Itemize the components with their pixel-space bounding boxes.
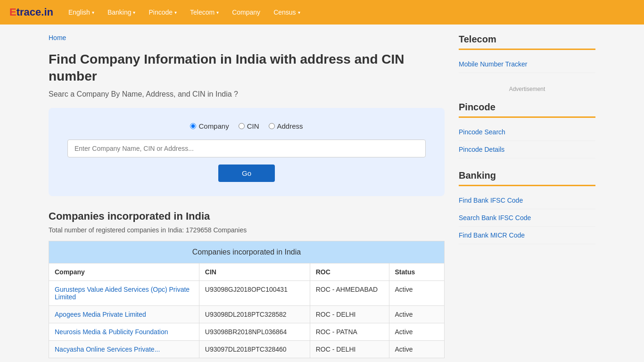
page-title: Find Company Information in India with a… bbox=[49, 51, 445, 85]
cin-cell: U93097DL2018PTC328460 bbox=[199, 340, 310, 358]
roc-cell: ROC - DELHI bbox=[310, 340, 389, 358]
chevron-down-icon: ▾ bbox=[92, 10, 94, 15]
sidebar-banking-section: Banking Find Bank IFSC Code Search Bank … bbox=[459, 170, 595, 244]
nav-item-telecom[interactable]: Telecom ▾ bbox=[184, 6, 224, 19]
sidebar-link-pincode-search[interactable]: Pincode Search bbox=[459, 123, 595, 141]
sidebar-pincode-section: Pincode Pincode Search Pincode Details bbox=[459, 102, 595, 158]
companies-count: Total number of registered companies in … bbox=[49, 226, 445, 234]
page-subtitle: Searc a Company By Name, Address, and CI… bbox=[49, 90, 445, 99]
search-box: Company CIN Address Go bbox=[49, 108, 445, 196]
radio-company[interactable]: Company bbox=[190, 122, 229, 130]
col-header-company: Company bbox=[49, 263, 199, 280]
main-content: Home Find Company Information in India w… bbox=[49, 34, 445, 358]
nav-item-census[interactable]: Census ▾ bbox=[268, 6, 305, 19]
breadcrumb: Home bbox=[49, 34, 445, 41]
chevron-down-icon: ▾ bbox=[133, 10, 135, 15]
status-cell: Active bbox=[389, 340, 444, 358]
sidebar-pincode-title: Pincode bbox=[459, 102, 595, 118]
roc-cell: ROC - DELHI bbox=[310, 305, 389, 323]
companies-section-title: Companies incorporated in India bbox=[49, 210, 445, 222]
nav-item-company[interactable]: Company bbox=[226, 6, 266, 19]
company-link[interactable]: Gurusteps Value Aided Services (Opc) Pri… bbox=[55, 286, 190, 301]
sidebar-link-search-ifsc[interactable]: Search Bank IFSC Code bbox=[459, 209, 595, 227]
search-input[interactable] bbox=[67, 140, 426, 157]
company-link[interactable]: Neurosis Media & Publicity Foundation bbox=[55, 328, 168, 336]
nav-item-pincode[interactable]: Pincode ▾ bbox=[143, 6, 182, 19]
sidebar-link-pincode-details[interactable]: Pincode Details bbox=[459, 141, 595, 158]
sidebar: Telecom Mobile Number Tracker Advertisem… bbox=[459, 34, 595, 358]
col-header-status: Status bbox=[389, 263, 444, 280]
radio-group: Company CIN Address bbox=[67, 122, 426, 130]
cin-cell: U93098GJ2018OPC100431 bbox=[199, 280, 310, 305]
company-link[interactable]: Nacyasha Online Services Private... bbox=[55, 346, 160, 353]
navbar: Etrace.in English ▾ Banking ▾ Pincode ▾ … bbox=[0, 0, 644, 25]
company-link[interactable]: Apogees Media Private Limited bbox=[55, 311, 146, 318]
table-row: Apogees Media Private Limited U93098DL20… bbox=[49, 305, 445, 323]
table-row: Nacyasha Online Services Private... U930… bbox=[49, 340, 445, 358]
status-cell: Active bbox=[389, 305, 444, 323]
advertisement-area: Advertisement bbox=[459, 85, 595, 92]
status-cell: Active bbox=[389, 280, 444, 305]
breadcrumb-home[interactable]: Home bbox=[49, 34, 66, 41]
brand-logo[interactable]: Etrace.in bbox=[9, 6, 53, 18]
go-button[interactable]: Go bbox=[218, 165, 275, 182]
cin-cell: U93098BR2018NPL036864 bbox=[199, 323, 310, 340]
sidebar-link-find-micr[interactable]: Find Bank MICR Code bbox=[459, 227, 595, 244]
status-cell: Active bbox=[389, 323, 444, 340]
chevron-down-icon: ▾ bbox=[298, 10, 300, 15]
sidebar-telecom-title: Telecom bbox=[459, 34, 595, 50]
nav-item-banking[interactable]: Banking ▾ bbox=[102, 6, 141, 19]
radio-cin[interactable]: CIN bbox=[239, 122, 259, 130]
chevron-down-icon: ▾ bbox=[216, 10, 219, 15]
radio-address[interactable]: Address bbox=[269, 122, 303, 130]
advertisement-label: Advertisement bbox=[509, 86, 545, 92]
cin-cell: U93098DL2018PTC328582 bbox=[199, 305, 310, 323]
table-row: Gurusteps Value Aided Services (Opc) Pri… bbox=[49, 280, 445, 305]
col-header-roc: ROC bbox=[310, 263, 389, 280]
sidebar-telecom-section: Telecom Mobile Number Tracker bbox=[459, 34, 595, 73]
nav-item-english[interactable]: English ▾ bbox=[63, 6, 100, 19]
col-header-cin: CIN bbox=[199, 263, 310, 280]
roc-cell: ROC - AHMEDABAD bbox=[310, 280, 389, 305]
sidebar-banking-title: Banking bbox=[459, 170, 595, 186]
companies-table: Companies incorporated in India Company … bbox=[49, 241, 445, 358]
table-row: Neurosis Media & Publicity Foundation U9… bbox=[49, 323, 445, 340]
sidebar-link-find-ifsc[interactable]: Find Bank IFSC Code bbox=[459, 192, 595, 209]
roc-cell: ROC - PATNA bbox=[310, 323, 389, 340]
table-main-header: Companies incorporated in India bbox=[49, 241, 445, 263]
sidebar-link-mobile-tracker[interactable]: Mobile Number Tracker bbox=[459, 56, 595, 73]
chevron-down-icon: ▾ bbox=[174, 10, 177, 15]
